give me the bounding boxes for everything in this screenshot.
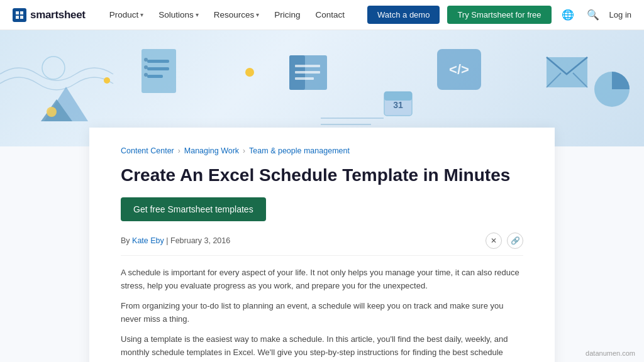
- author-name[interactable]: Kate Eby: [132, 236, 164, 245]
- author-row: By Kate Eby | February 3, 2016 ✕ 🔗: [121, 233, 523, 256]
- breadcrumb-separator-2: ›: [243, 146, 245, 155]
- svg-rect-2: [16, 16, 19, 19]
- navbar: smartsheet Product ▾ Solutions ▾ Resourc…: [0, 0, 644, 30]
- svg-text:31: 31: [393, 100, 403, 110]
- nav-item-solutions[interactable]: Solutions ▾: [152, 6, 205, 23]
- author-info: By Kate Eby | February 3, 2016: [121, 236, 230, 245]
- nav-actions: Watch a demo Try Smartsheet for free 🌐 🔍…: [367, 6, 631, 24]
- logo-text: smartsheet: [30, 9, 86, 21]
- breadcrumb: Content Center › Managing Work › Team & …: [121, 146, 523, 155]
- svg-point-12: [144, 65, 148, 69]
- spreadsheet-icon: [286, 52, 340, 96]
- svg-rect-8: [147, 60, 169, 63]
- login-link[interactable]: Log in: [609, 10, 631, 19]
- breadcrumb-item-content-center[interactable]: Content Center: [121, 146, 174, 155]
- yellow-dot-decoration: [245, 68, 254, 77]
- chevron-down-icon: ▾: [196, 11, 199, 18]
- svg-point-30: [42, 57, 65, 79]
- author-prefix: By: [121, 236, 132, 245]
- nav-item-product[interactable]: Product ▾: [103, 6, 150, 23]
- nav-item-pricing[interactable]: Pricing: [268, 6, 306, 23]
- svg-rect-0: [16, 11, 19, 14]
- svg-rect-3: [20, 16, 23, 19]
- nav-item-contact[interactable]: Contact: [309, 6, 352, 23]
- content-wrapper: Content Center › Managing Work › Team & …: [0, 146, 644, 362]
- circle-decoration: [41, 55, 66, 80]
- chevron-down-icon: ▾: [140, 11, 143, 18]
- nav-item-resources[interactable]: Resources ▾: [208, 6, 266, 23]
- globe-icon[interactable]: 🌐: [559, 6, 577, 23]
- svg-text:</>: </>: [449, 62, 469, 77]
- link-share-icon[interactable]: 🔗: [507, 233, 523, 249]
- paragraph-1: A schedule is important for every aspect…: [121, 266, 523, 293]
- author-date: | February 3, 2016: [164, 236, 230, 245]
- logo-icon: [13, 8, 26, 22]
- svg-rect-17: [295, 71, 320, 74]
- nav-links: Product ▾ Solutions ▾ Resources ▾ Pricin…: [103, 6, 367, 23]
- svg-rect-22: [384, 92, 412, 101]
- breadcrumb-separator: ›: [178, 146, 180, 155]
- twitter-share-icon[interactable]: ✕: [486, 233, 502, 249]
- breadcrumb-item-team[interactable]: Team & people management: [249, 146, 350, 155]
- svg-rect-9: [147, 67, 169, 70]
- article-body: A schedule is important for every aspect…: [121, 266, 523, 362]
- code-icon: </>: [431, 46, 487, 96]
- svg-rect-10: [147, 75, 163, 78]
- social-share-icons: ✕ 🔗: [486, 233, 523, 249]
- mountain-icon: [38, 80, 94, 128]
- envelope-icon: [543, 48, 591, 92]
- watermark: datanumen.com: [586, 349, 635, 357]
- try-smartsheet-button[interactable]: Try Smartsheet for free: [447, 6, 551, 24]
- logo[interactable]: smartsheet: [13, 8, 86, 22]
- article-card: Content Center › Managing Work › Team & …: [89, 128, 555, 362]
- search-icon[interactable]: 🔍: [584, 6, 602, 23]
- document-icon: [138, 46, 186, 99]
- paragraph-2: From organizing your to-do list to plann…: [121, 299, 523, 326]
- watch-demo-button[interactable]: Watch a demo: [367, 6, 440, 24]
- svg-rect-7: [142, 49, 176, 93]
- chevron-down-icon: ▾: [256, 11, 259, 18]
- svg-rect-16: [295, 65, 320, 67]
- cta-button[interactable]: Get free Smartsheet templates: [121, 197, 266, 221]
- svg-rect-1: [20, 11, 23, 14]
- yellow-dot-decoration-2: [104, 77, 110, 84]
- pie-chart-icon: [592, 69, 633, 110]
- paragraph-3: Using a template is the easiest way to m…: [121, 332, 523, 362]
- svg-point-13: [144, 73, 148, 77]
- svg-rect-18: [295, 77, 314, 80]
- svg-point-6: [47, 107, 57, 117]
- article-title: Create An Excel Schedule Template in Min…: [121, 164, 523, 186]
- breadcrumb-item-managing-work[interactable]: Managing Work: [184, 146, 239, 155]
- svg-point-11: [144, 58, 148, 62]
